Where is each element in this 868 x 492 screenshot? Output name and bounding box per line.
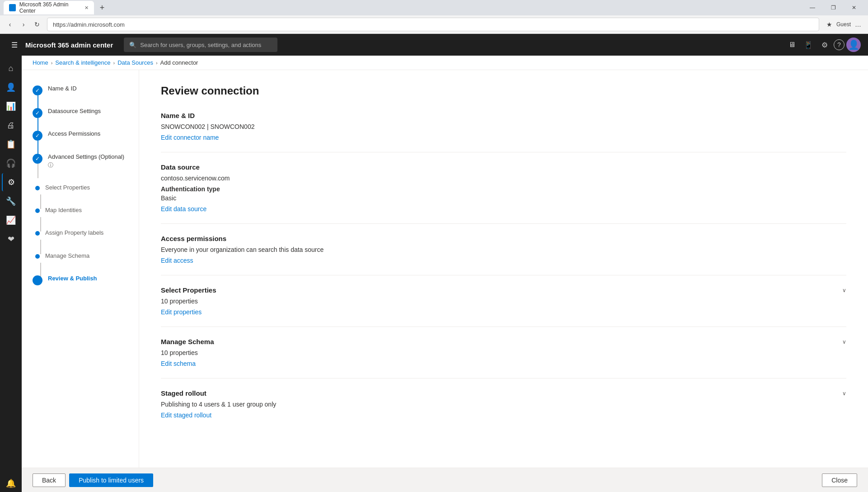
- nav-home-icon[interactable]: ⌂: [2, 59, 20, 77]
- nav-tools-icon[interactable]: 🔧: [2, 192, 20, 210]
- refresh-nav-button[interactable]: ↻: [31, 18, 43, 31]
- search-icon: 🔍: [129, 42, 136, 48]
- back-button[interactable]: Back: [33, 473, 66, 487]
- favorites-icon[interactable]: ★: [823, 18, 835, 31]
- edit-connector-name-link[interactable]: Edit connector name: [161, 134, 219, 141]
- nav-analytics-icon[interactable]: 📈: [2, 211, 20, 229]
- select-properties-section-title: Select Properties: [161, 286, 216, 294]
- step-circle-9: [33, 275, 42, 285]
- step-circle-8: [35, 254, 40, 259]
- breadcrumb-data-sources[interactable]: Data Sources: [117, 59, 153, 66]
- edit-schema-link[interactable]: Edit schema: [161, 360, 196, 367]
- access-permissions-description: Everyone in your organization can search…: [161, 246, 846, 253]
- url-text: https://admin.microsoft.com: [53, 21, 125, 28]
- step-circle-7: [35, 231, 40, 236]
- step-label-6: Map Identities: [45, 206, 82, 229]
- nav-users-icon[interactable]: 👤: [2, 78, 20, 96]
- review-title: Review connection: [161, 85, 846, 97]
- mobile-icon[interactable]: 📱: [801, 38, 816, 52]
- step-advanced-settings: ✓ Advanced Settings (Optional) ⓘ: [33, 153, 128, 184]
- user-avatar[interactable]: 👤: [846, 38, 861, 52]
- avatar-image: 👤: [848, 39, 859, 50]
- select-properties-section-header: Select Properties ∨: [161, 286, 846, 294]
- access-permissions-section-header: Access permissions: [161, 235, 846, 242]
- breadcrumb-search-intelligence[interactable]: Search & intelligence: [55, 59, 110, 66]
- browser-chrome: Microsoft 365 Admin Center ✕ + — ❐ ✕ ‹ ›…: [0, 0, 868, 34]
- review-staged-rollout-section: Staged rollout ∨ Publishing to 4 users &…: [161, 389, 846, 430]
- forward-nav-button[interactable]: ›: [17, 18, 30, 31]
- step-circle-4: ✓: [33, 154, 42, 164]
- app-title: Microsoft 365 admin center: [25, 41, 113, 49]
- wizard-container: ✓ Name & ID ✓: [22, 70, 868, 468]
- manage-schema-chevron-icon[interactable]: ∨: [842, 339, 846, 345]
- review-select-properties-section: Select Properties ∨ 10 properties Edit p…: [161, 286, 846, 327]
- review-access-permissions-section: Access permissions Everyone in your orga…: [161, 235, 846, 275]
- back-nav-button[interactable]: ‹: [4, 18, 16, 31]
- close-button[interactable]: ✕: [844, 0, 864, 15]
- edit-access-link[interactable]: Edit access: [161, 257, 193, 264]
- step-circle-3: ✓: [33, 131, 42, 141]
- publish-button[interactable]: Publish to limited users: [69, 473, 153, 487]
- topbar-search[interactable]: 🔍 Search for users, groups, settings, an…: [124, 38, 277, 52]
- step-label-1: Name & ID: [48, 85, 77, 107]
- step-select-properties: Select Properties: [33, 184, 128, 206]
- topbar-right: 🖥 📱 ⚙ ? 👤: [785, 38, 861, 52]
- name-id-value: SNOWCON002 | SNOWCON002: [161, 123, 846, 130]
- auth-type-label: Authentication type: [161, 185, 846, 193]
- step-circle-6: [35, 208, 40, 213]
- edit-data-source-link[interactable]: Edit data source: [161, 205, 206, 213]
- restore-button[interactable]: ❐: [823, 0, 844, 15]
- step-review-publish: Review & Publish: [33, 274, 128, 297]
- breadcrumb-current: Add connector: [160, 59, 198, 66]
- nav-reports-icon[interactable]: 📋: [2, 135, 20, 153]
- staged-rollout-description: Publishing to 4 users & 1 user group onl…: [161, 401, 846, 408]
- breadcrumb-sep-2: ›: [113, 60, 115, 66]
- edit-staged-rollout-link[interactable]: Edit staged rollout: [161, 412, 211, 419]
- address-bar[interactable]: https://admin.microsoft.com: [47, 18, 819, 31]
- settings-topbar-icon[interactable]: ⚙: [817, 38, 832, 52]
- step-circle-1: ✓: [33, 85, 42, 95]
- manage-schema-count: 10 properties: [161, 349, 846, 356]
- more-options-icon[interactable]: …: [852, 18, 864, 31]
- browser-addressbar: ‹ › ↻ https://admin.microsoft.com ★ Gues…: [0, 15, 868, 33]
- edit-properties-link[interactable]: Edit properties: [161, 308, 202, 316]
- new-tab-button[interactable]: +: [96, 1, 108, 14]
- review-panel: Review connection Name & ID SNOWCON002 |…: [139, 70, 868, 468]
- monitor-icon[interactable]: 🖥: [785, 38, 799, 52]
- data-source-url: contoso.servicenow.com: [161, 175, 846, 182]
- minimize-button[interactable]: —: [802, 0, 823, 15]
- step-circle-2: ✓: [33, 108, 42, 118]
- nav-health-icon[interactable]: ❤: [2, 230, 20, 248]
- breadcrumb-home[interactable]: Home: [33, 59, 48, 66]
- window-controls: — ❐ ✕: [802, 0, 864, 15]
- review-data-source-section: Data source contoso.servicenow.com Authe…: [161, 163, 846, 224]
- hamburger-menu-button[interactable]: ☰: [7, 38, 22, 52]
- nav-activity-icon[interactable]: 📊: [2, 97, 20, 115]
- app-body: ⌂ 👤 📊 🖨 📋 🎧 ⚙ 🔧 📈 ❤ 🔔 Home › Search & in…: [0, 56, 868, 492]
- step-manage-schema: Manage Schema: [33, 252, 128, 274]
- nav-support-icon[interactable]: 🎧: [2, 154, 20, 172]
- manage-schema-section-header: Manage Schema ∨: [161, 338, 846, 345]
- address-bar-icons: ★ Guest …: [823, 18, 864, 31]
- bottom-bar: Back Publish to limited users Close: [22, 468, 868, 492]
- help-icon[interactable]: ?: [834, 39, 845, 50]
- tab-title: Microsoft 365 Admin Center: [19, 1, 81, 14]
- staged-rollout-section-header: Staged rollout ∨: [161, 389, 846, 397]
- browser-tab[interactable]: Microsoft 365 Admin Center ✕: [4, 1, 94, 14]
- review-name-id-section: Name & ID SNOWCON002 | SNOWCON002 Edit c…: [161, 112, 846, 152]
- step-circle-5: [35, 186, 40, 190]
- select-properties-chevron-icon[interactable]: ∨: [842, 287, 846, 293]
- profile-label[interactable]: Guest: [837, 18, 850, 31]
- step-label-8: Manage Schema: [45, 252, 89, 274]
- nav-updates-icon[interactable]: 🔔: [2, 474, 20, 492]
- auth-type-value: Basic: [161, 194, 846, 202]
- step-label-4: Advanced Settings (Optional) ⓘ: [48, 153, 128, 184]
- staged-rollout-chevron-icon[interactable]: ∨: [842, 390, 846, 397]
- nav-print-icon[interactable]: 🖨: [2, 116, 20, 134]
- app-topbar: ☰ Microsoft 365 admin center 🔍 Search fo…: [0, 34, 868, 56]
- steps-panel: ✓ Name & ID ✓: [22, 70, 139, 468]
- close-bottom-button[interactable]: Close: [822, 473, 857, 487]
- step-name-id: ✓ Name & ID: [33, 85, 128, 107]
- tab-close-button[interactable]: ✕: [84, 5, 89, 11]
- nav-settings-icon[interactable]: ⚙: [2, 173, 20, 191]
